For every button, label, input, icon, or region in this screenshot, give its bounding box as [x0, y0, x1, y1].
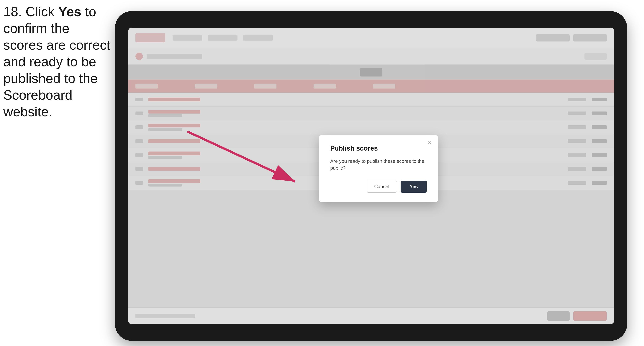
tablet-screen: × Publish scores Are you ready to publis… [128, 28, 614, 324]
step-number: 18. [3, 4, 22, 19]
text-before: Click [22, 4, 58, 19]
modal-overlay: × Publish scores Are you ready to publis… [128, 28, 614, 324]
cancel-button[interactable]: Cancel [366, 180, 397, 193]
instruction-text: 18. Click Yes to confirm the scores are … [3, 3, 111, 120]
dialog-close-button[interactable]: × [426, 139, 433, 146]
tablet-device: × Publish scores Are you ready to publis… [115, 11, 627, 341]
dialog-body: Are you ready to publish these scores to… [330, 158, 427, 171]
yes-button[interactable]: Yes [400, 180, 427, 193]
text-after: to confirm the scores are correct and re… [3, 4, 110, 119]
dialog-title: Publish scores [330, 145, 427, 152]
yes-emphasis: Yes [58, 4, 81, 19]
dialog-footer: Cancel Yes [330, 180, 427, 193]
publish-scores-dialog: × Publish scores Are you ready to publis… [319, 135, 438, 202]
